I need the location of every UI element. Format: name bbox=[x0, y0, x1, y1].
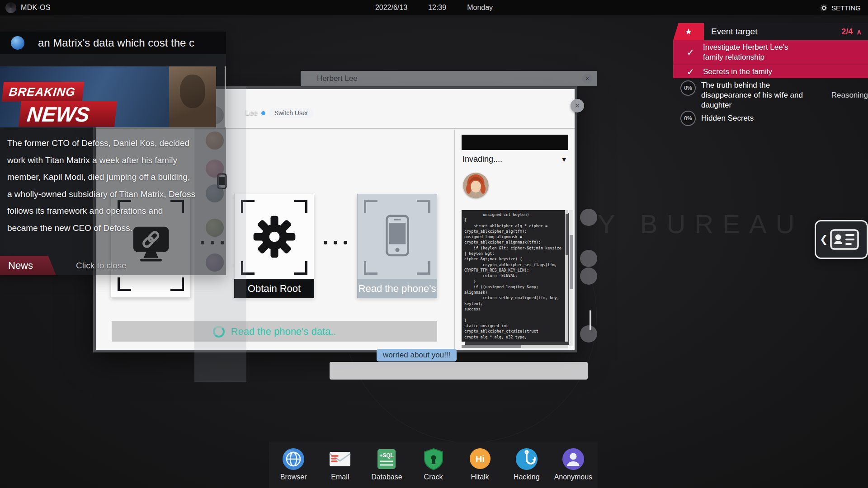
avatar bbox=[580, 267, 597, 285]
collapse-chevron-icon[interactable]: ∧ bbox=[856, 28, 862, 36]
dock-label: Email bbox=[331, 473, 349, 481]
clock-area: 2022/6/13 12:39 Monday bbox=[0, 4, 868, 12]
event-item-completed[interactable]: ✓ Secrets in the family bbox=[673, 65, 868, 78]
event-item-label: Secrets in the family bbox=[703, 67, 772, 77]
dock-label: Browser bbox=[280, 473, 307, 481]
dock-item-anonymous[interactable]: Anonymous bbox=[551, 447, 595, 488]
day-label: Monday bbox=[467, 4, 493, 12]
dock-label: Hacking bbox=[514, 473, 540, 481]
news-video-frame: BREAKING NEWS bbox=[0, 66, 216, 127]
avatar bbox=[580, 209, 597, 226]
news-window[interactable]: an Matrix's data which cost the c BREAKI… bbox=[0, 32, 226, 275]
dock-label: Hitalk bbox=[471, 473, 489, 481]
chat-titlebar: Herbert Lee ✕ bbox=[301, 71, 597, 86]
avatar bbox=[580, 250, 597, 267]
switch-user-button[interactable]: Switch User bbox=[269, 108, 314, 118]
reasoning-button[interactable]: Reasoning bbox=[831, 91, 868, 100]
chat-title: Herbert Lee bbox=[317, 74, 358, 83]
online-status-icon bbox=[261, 111, 265, 115]
top-bar: MDK-OS 2022/6/13 12:39 Monday SETTING bbox=[0, 0, 868, 15]
id-card-icon bbox=[830, 228, 859, 251]
event-panel-title: Event target bbox=[711, 27, 841, 37]
browser-globe-icon bbox=[282, 447, 305, 471]
check-icon: ✓ bbox=[687, 47, 703, 58]
settings-label: SETTING bbox=[831, 4, 861, 12]
dock-label: Database bbox=[371, 473, 402, 481]
hitalk-chat-window: Herbert Lee ✕ Lee Switch User worried ab… bbox=[194, 71, 597, 382]
event-target-panel: ★ Event target 2/4 ∧ ✓ Investigate Herbe… bbox=[673, 23, 868, 126]
event-item-completed[interactable]: ✓ Investigate Herbert Lee's family relat… bbox=[673, 40, 868, 65]
app-dock: Browser Email +SQL Database bbox=[269, 441, 598, 488]
news-tab[interactable]: News bbox=[0, 256, 56, 275]
time-label: 12:39 bbox=[428, 4, 446, 12]
event-item-pending[interactable]: 0% The truth behind the disappearance of… bbox=[673, 80, 868, 110]
dock-label: Crack bbox=[424, 473, 443, 481]
dock-item-hacking[interactable]: Hacking bbox=[505, 447, 549, 488]
current-user-row: Lee Switch User bbox=[245, 108, 313, 118]
news-article-text: The former CTO of Defoss, Daniel Kos, de… bbox=[7, 135, 221, 236]
bureau-watermark: Y BUREAU bbox=[598, 209, 803, 239]
star-badge: ★ bbox=[673, 23, 704, 40]
event-item-label: Investigate Herbert Lee's family relatio… bbox=[703, 42, 788, 62]
sql-icon-text: +SQL bbox=[380, 452, 394, 459]
progress-percent-badge: 0% bbox=[680, 80, 696, 96]
character-card-drawer-button[interactable]: ❮ bbox=[815, 220, 868, 259]
star-icon: ★ bbox=[685, 27, 692, 37]
progress-percent-badge: 0% bbox=[680, 111, 696, 126]
dock-item-database[interactable]: +SQL Database bbox=[364, 447, 409, 488]
news-window-edge bbox=[225, 66, 226, 127]
event-item-label: Hidden Secrets bbox=[701, 113, 754, 123]
chat-close-button[interactable]: ✕ bbox=[582, 74, 592, 84]
news-channel-icon bbox=[11, 36, 24, 50]
news-portrait-photo bbox=[169, 66, 216, 127]
avatar bbox=[580, 325, 597, 343]
os-logo-icon bbox=[5, 2, 16, 13]
hitalk-chat-icon: Hi bbox=[468, 447, 492, 471]
os-name: MDK-OS bbox=[21, 4, 51, 12]
email-envelope-icon bbox=[328, 447, 352, 471]
event-item-pending[interactable]: 0% Hidden Secrets bbox=[673, 111, 868, 126]
dock-label: Anonymous bbox=[554, 473, 593, 481]
chevron-left-icon: ❮ bbox=[820, 234, 828, 245]
event-item-label: The truth behind the disappearance of hi… bbox=[701, 80, 803, 110]
event-progress-count: 2/4 bbox=[841, 27, 853, 37]
check-icon: ✓ bbox=[687, 66, 703, 77]
anonymous-person-icon bbox=[561, 447, 585, 471]
settings-button[interactable]: SETTING bbox=[820, 4, 861, 12]
desktop: Y BUREAU MDK-OS 2022/6/13 12:39 Monday S… bbox=[0, 0, 868, 488]
dock-item-email[interactable]: Email bbox=[318, 447, 362, 488]
gear-icon bbox=[820, 4, 828, 12]
chat-message-bubble: worried about you!!! bbox=[377, 349, 457, 361]
current-user-name: Lee bbox=[245, 109, 258, 117]
chat-input-field[interactable] bbox=[330, 362, 588, 380]
news-banner: NEWS bbox=[19, 101, 117, 127]
chat-scrollbar[interactable] bbox=[590, 310, 591, 330]
click-to-close-hint[interactable]: Click to close bbox=[76, 256, 127, 275]
database-sql-icon: +SQL bbox=[375, 447, 398, 471]
hi-icon-text: Hi bbox=[476, 454, 485, 464]
breaking-banner: BREAKING bbox=[2, 82, 85, 102]
event-panel-header[interactable]: ★ Event target 2/4 ∧ bbox=[673, 23, 868, 40]
hook-icon bbox=[515, 447, 538, 471]
news-headline: an Matrix's data which cost the c bbox=[38, 37, 194, 49]
shield-icon bbox=[422, 447, 445, 471]
dock-item-crack[interactable]: Crack bbox=[411, 447, 456, 488]
date-label: 2022/6/13 bbox=[375, 4, 407, 12]
news-headline-bar: an Matrix's data which cost the c bbox=[0, 32, 226, 54]
dock-item-browser[interactable]: Browser bbox=[271, 447, 316, 488]
dock-item-hitalk[interactable]: Hi Hitalk bbox=[458, 447, 502, 488]
